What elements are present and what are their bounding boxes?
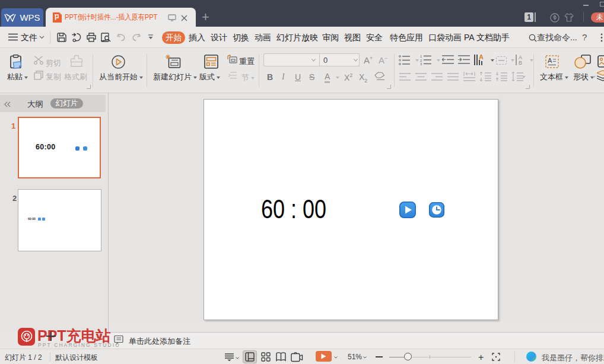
svg-text:1: 1 xyxy=(420,55,422,58)
svg-text:A: A xyxy=(548,57,552,64)
svg-text:B: B xyxy=(519,60,522,65)
svg-text:3: 3 xyxy=(420,62,422,65)
svg-text:A: A xyxy=(479,55,484,60)
